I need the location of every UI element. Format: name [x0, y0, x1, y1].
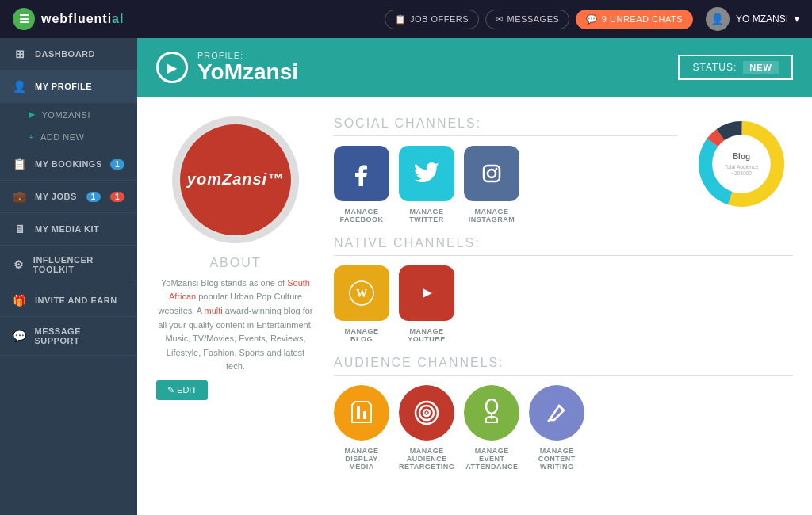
sidebar-item-influencer-toolkit[interactable]: ⚙ INFLUENCER TOOLKIT — [0, 246, 137, 284]
retargeting-icon — [399, 385, 454, 441]
social-channels-content: SOCIAL CHANNELS: MANAGEFACEBOOK — [334, 116, 677, 223]
channel-wordpress[interactable]: W MANAGEBLOG — [334, 265, 389, 343]
sidebar-item-my-jobs[interactable]: 💼 MY JOBS 1 1 — [0, 181, 137, 213]
chevron-down-icon: ▾ — [795, 13, 799, 25]
avatar-inner: yomZansi™ — [180, 124, 291, 235]
profile-text: PROFILE: YoMzansi — [197, 51, 298, 85]
audience-channels-title: AUDIENCE CHANNELS: — [334, 356, 793, 376]
profile-header: ▶ PROFILE: YoMzansi STATUS: NEW — [137, 38, 812, 97]
svg-text:Total Audience: Total Audience — [725, 164, 759, 170]
menu-icon[interactable]: ☰ — [13, 8, 35, 30]
channel-audience-retargeting[interactable]: MANAGEAUDIENCERETARGETING — [399, 385, 454, 471]
sidebar-item-dashboard[interactable]: ⊞ DASHBOARD — [0, 38, 137, 71]
user-area[interactable]: 👤 YO MZANSI ▾ — [706, 7, 799, 31]
facebook-icon — [334, 146, 389, 201]
chat-icon: 💬 — [586, 14, 598, 25]
channel-event-attendance[interactable]: MANAGEEVENTATTENDANCE — [464, 385, 519, 471]
svg-text:~204000: ~204000 — [731, 170, 752, 176]
nav-buttons: 📋 JOB OFFERS ✉ MESSAGES 💬 9 UNREAD CHATS — [385, 10, 693, 29]
support-icon: 💬 — [13, 330, 27, 342]
media-kit-icon: 🖥 — [13, 223, 27, 235]
bookings-badge: 1 — [110, 159, 124, 170]
logo-text: webfluential — [41, 12, 124, 26]
avatar-text: yomZansi™ — [187, 170, 284, 189]
event-icon — [464, 385, 519, 441]
logo: ☰ webfluential — [13, 8, 385, 30]
svg-line-23 — [559, 406, 564, 410]
unread-chats-button[interactable]: 💬 9 UNREAD CHATS — [576, 10, 693, 29]
edit-button[interactable]: ✎ EDIT — [156, 380, 208, 400]
youtube-icon — [399, 265, 454, 321]
profile-body: yomZansi™ ABOUT YoMzansi Blog stands as … — [137, 97, 812, 515]
toolkit-icon: ⚙ — [13, 258, 25, 271]
svg-rect-16 — [363, 411, 366, 419]
envelope-icon: ✉ — [496, 14, 504, 25]
sidebar-item-my-media-kit[interactable]: 🖥 MY MEDIA KIT — [0, 213, 137, 246]
sidebar: ⊞ DASHBOARD 👤 MY PROFILE ▶ YOMZANSI + AD… — [0, 38, 137, 515]
twitter-icon — [399, 146, 454, 201]
svg-point-21 — [486, 399, 497, 414]
invite-icon: 🎁 — [13, 294, 27, 307]
status-badge: STATUS: NEW — [678, 55, 793, 80]
bookings-icon: 📋 — [13, 158, 27, 170]
social-channels-grid: MANAGEFACEBOOK MANAGETWITTER — [334, 146, 677, 223]
about-text: YoMzansi Blog stands as one of South Afr… — [156, 277, 315, 374]
social-channels-section: SOCIAL CHANNELS: MANAGEFACEBOOK — [334, 116, 793, 223]
svg-point-1 — [488, 170, 496, 177]
channel-facebook[interactable]: MANAGEFACEBOOK — [334, 146, 389, 223]
svg-text:W: W — [356, 288, 367, 299]
profile-title-area: ▶ PROFILE: YoMzansi — [156, 51, 298, 85]
jobs-badge2: 1 — [110, 192, 124, 202]
jobs-badge1: 1 — [86, 192, 101, 202]
top-nav: ☰ webfluential 📋 JOB OFFERS ✉ MESSAGES 💬… — [0, 0, 812, 38]
profile-icon: 👤 — [13, 80, 27, 93]
main-layout: ⊞ DASHBOARD 👤 MY PROFILE ▶ YOMZANSI + AD… — [0, 38, 812, 515]
plus-icon: + — [29, 132, 34, 142]
svg-rect-15 — [357, 406, 360, 419]
svg-point-20 — [426, 411, 428, 414]
svg-line-24 — [548, 420, 550, 422]
native-channels-grid: W MANAGEBLOG MANAGEYOUTUBE — [334, 265, 793, 343]
play-icon: ▶ — [29, 109, 36, 120]
avatar: 👤 — [706, 7, 730, 31]
sidebar-item-message-support[interactable]: 💬 MESSAGE SUPPORT — [0, 317, 137, 356]
job-offers-button[interactable]: 📋 JOB OFFERS — [385, 10, 480, 29]
about-title: ABOUT — [156, 256, 315, 270]
about-section: ABOUT YoMzansi Blog stands as one of Sou… — [156, 256, 315, 400]
svg-text:Blog: Blog — [733, 152, 750, 161]
sidebar-item-my-profile[interactable]: 👤 MY PROFILE — [0, 71, 137, 103]
sidebar-item-add-new[interactable]: + ADD NEW — [0, 126, 137, 148]
profile-play-icon: ▶ — [156, 52, 188, 83]
channel-instagram[interactable]: MANAGEINSTAGRAM — [464, 146, 519, 223]
native-channels-title: NATIVE CHANNELS: — [334, 236, 793, 256]
instagram-icon — [464, 146, 519, 201]
profile-avatar: yomZansi™ — [172, 116, 299, 243]
messages-button[interactable]: ✉ MESSAGES — [485, 10, 569, 29]
wordpress-icon: W — [334, 265, 389, 321]
channel-content-writing[interactable]: MANAGECONTENTWRITING — [529, 385, 584, 471]
social-channels-wrapper: SOCIAL CHANNELS: MANAGEFACEBOOK — [334, 116, 793, 223]
channel-twitter[interactable]: MANAGETWITTER — [399, 146, 454, 223]
sidebar-item-my-bookings[interactable]: 📋 MY BOOKINGS 1 — [0, 148, 137, 181]
briefcase-icon: 📋 — [395, 14, 407, 25]
sidebar-item-invite-and-earn[interactable]: 🎁 INVITE AND EARN — [0, 284, 137, 317]
donut-chart: Blog Total Audience ~204000 — [690, 116, 793, 212]
donut-wrapper: Blog Total Audience ~204000 — [694, 116, 789, 212]
donut-svg: Blog Total Audience ~204000 — [694, 116, 789, 212]
jobs-icon: 💼 — [13, 190, 27, 203]
audience-channels-section: AUDIENCE CHANNELS: MANAGEDISPLAYMEDIA — [334, 356, 793, 471]
content: ▶ PROFILE: YoMzansi STATUS: NEW yomZansi… — [137, 38, 812, 515]
svg-point-2 — [496, 167, 498, 170]
audience-channels-grid: MANAGEDISPLAYMEDIA MANAGEAUDIENCERETARGE… — [334, 385, 793, 471]
sidebar-item-yomzansi[interactable]: ▶ YOMZANSI — [0, 103, 137, 126]
channel-youtube[interactable]: MANAGEYOUTUBE — [399, 265, 454, 343]
right-column: SOCIAL CHANNELS: MANAGEFACEBOOK — [334, 116, 793, 496]
channel-display-media[interactable]: MANAGEDISPLAYMEDIA — [334, 385, 389, 471]
content-icon — [529, 385, 584, 441]
left-column: yomZansi™ ABOUT YoMzansi Blog stands as … — [156, 116, 315, 496]
native-channels-section: NATIVE CHANNELS: W MANAGEBLOG — [334, 236, 793, 343]
dashboard-icon: ⊞ — [13, 48, 27, 60]
social-channels-title: SOCIAL CHANNELS: — [334, 116, 677, 136]
display-icon — [334, 385, 389, 441]
